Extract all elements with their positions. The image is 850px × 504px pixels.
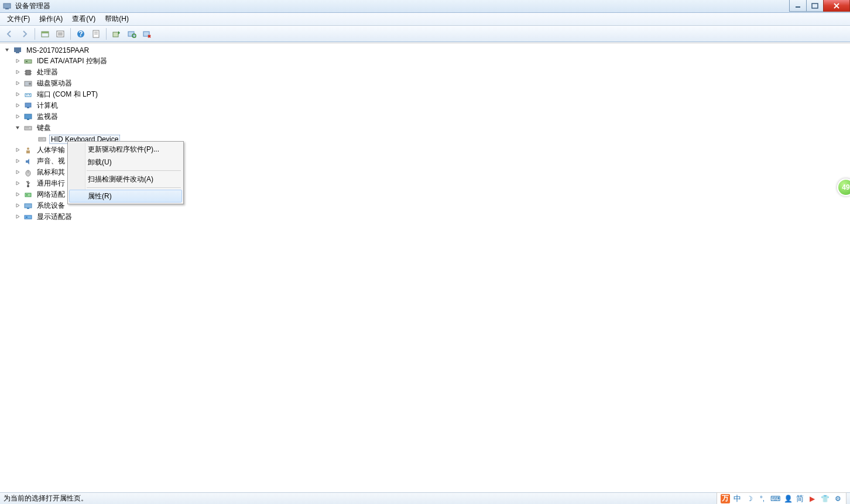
toolbar-forward-button[interactable] (18, 27, 32, 41)
close-button[interactable] (823, 0, 850, 12)
svg-rect-23 (26, 61, 28, 62)
toolbar-uninstall-button[interactable] (140, 27, 154, 41)
expand-icon[interactable] (14, 214, 21, 221)
expand-icon[interactable] (14, 102, 21, 109)
menu-action[interactable]: 操作(A) (35, 13, 67, 25)
svg-text:?: ? (78, 30, 83, 38)
disk-drive-icon (23, 79, 33, 88)
menu-file[interactable]: 文件(F) (2, 13, 35, 25)
toolbar-properties-button[interactable] (89, 27, 103, 41)
collapse-icon[interactable] (4, 47, 11, 54)
app-icon (2, 2, 12, 11)
ime-rec-icon[interactable]: ▶ (807, 494, 817, 503)
window-title: 设备管理器 (15, 1, 50, 11)
tree-node-keyboard[interactable]: 键盘 (4, 122, 850, 133)
toolbar-update-button[interactable] (109, 27, 124, 41)
expand-icon[interactable] (14, 203, 21, 210)
expand-icon[interactable] (14, 169, 21, 176)
maximize-button[interactable] (806, 0, 824, 12)
svg-point-30 (29, 83, 31, 85)
tree-node-monitor[interactable]: 监视器 (4, 111, 850, 122)
toolbar-up-button[interactable] (38, 27, 52, 41)
title-bar: 设备管理器 (0, 0, 850, 13)
minimize-button[interactable] (789, 0, 807, 12)
tree-node-label: 监视器 (35, 111, 60, 122)
tree-node-label: 网络适配 (35, 189, 67, 200)
floating-badge[interactable]: 49 (837, 179, 850, 196)
svg-rect-54 (25, 204, 32, 208)
ime-user-icon[interactable]: 👤 (783, 494, 793, 503)
hid-icon (23, 146, 33, 155)
ctx-uninstall[interactable]: 卸载(U) (69, 156, 182, 169)
menu-help[interactable]: 帮助(H) (100, 13, 133, 25)
keyboard-icon (37, 135, 47, 144)
svg-rect-21 (16, 52, 19, 53)
ime-mode[interactable]: 简 (796, 493, 804, 504)
usb-icon (23, 179, 33, 188)
tree-node-ide[interactable]: IDE ATA/ATAPI 控制器 (4, 56, 850, 67)
ime-lang[interactable]: 中 (734, 493, 741, 504)
badge-text: 49 (842, 183, 849, 191)
context-menu: 更新驱动程序软件(P)... 卸载(U) 扫描检测硬件改动(A) 属性(R) (67, 141, 184, 204)
toolbar-back-button[interactable] (2, 27, 16, 41)
expand-icon[interactable] (14, 91, 21, 98)
svg-rect-20 (14, 47, 21, 52)
ctx-item-label: 属性(R) (88, 191, 112, 201)
ime-moon-icon[interactable]: ☽ (745, 494, 754, 503)
expand-icon[interactable] (14, 58, 21, 65)
toolbar-list-button[interactable] (53, 27, 67, 41)
svg-rect-45 (42, 139, 43, 139)
tree-node-label: 通用串行 (35, 178, 67, 189)
context-menu-separator (87, 187, 181, 188)
svg-rect-52 (25, 193, 31, 197)
toolbar-help-button[interactable]: ? (74, 27, 88, 41)
ctx-scan-hardware[interactable]: 扫描检测硬件改动(A) (69, 173, 182, 186)
expand-icon[interactable] (14, 69, 21, 76)
tree-node-cpu[interactable]: 处理器 (4, 67, 850, 78)
monitor-icon (23, 112, 33, 122)
tree-node-label: 鼠标和其 (35, 167, 67, 178)
expand-icon[interactable] (14, 114, 21, 121)
display-adapter-icon (23, 212, 33, 222)
ime-skin-icon[interactable]: 👕 (820, 494, 830, 503)
menu-view[interactable]: 查看(V) (67, 13, 100, 25)
keyboard-icon (23, 124, 33, 133)
toolbar-scan-button[interactable] (125, 27, 139, 41)
expand-icon[interactable] (14, 191, 21, 198)
svg-line-18 (135, 37, 136, 37)
ime-settings-icon[interactable]: ⚙ (833, 494, 842, 503)
svg-point-33 (29, 94, 30, 95)
ime-logo-icon[interactable]: 万 (721, 494, 730, 503)
ime-punct-icon[interactable]: °, (758, 494, 767, 503)
computer-icon (13, 46, 22, 55)
tree-node-disk[interactable]: 磁盘驱动器 (4, 78, 850, 89)
device-tree[interactable]: MS-20170215PAAR IDE ATA/ATAPI 控制器 处理器 磁盘… (0, 43, 850, 492)
tree-node-display[interactable]: 显示适配器 (4, 211, 850, 222)
toolbar-separator (35, 28, 35, 40)
svg-rect-31 (25, 94, 31, 97)
svg-rect-22 (25, 60, 32, 63)
svg-rect-56 (25, 215, 32, 219)
expand-icon[interactable] (14, 180, 21, 187)
tree-node-label: 磁盘驱动器 (35, 78, 74, 89)
svg-rect-24 (26, 70, 30, 75)
collapse-icon[interactable] (14, 125, 21, 132)
tree-root[interactable]: MS-20170215PAAR (4, 44, 850, 56)
expand-icon[interactable] (14, 147, 21, 154)
tree-node-label: 系统设备 (35, 200, 67, 211)
svg-rect-36 (25, 114, 32, 119)
expand-icon[interactable] (14, 80, 21, 87)
mouse-icon (23, 168, 33, 177)
toolbar-separator (106, 28, 107, 40)
ime-toolbar[interactable]: 万 中 ☽ °, ⌨ 👤 简 ▶ 👕 ⚙ (717, 492, 846, 504)
ctx-properties[interactable]: 属性(R) (69, 190, 182, 203)
tree-node-computer[interactable]: 计算机 (4, 100, 850, 111)
tree-node-ports[interactable]: 端口 (COM 和 LPT) (4, 89, 850, 100)
ime-keyboard-icon[interactable]: ⌨ (770, 494, 780, 503)
ctx-update-driver[interactable]: 更新驱动程序软件(P)... (69, 143, 182, 156)
svg-rect-3 (812, 4, 818, 8)
computer-node-icon (23, 101, 33, 111)
toolbar-separator (70, 28, 71, 40)
window-controls (790, 0, 850, 12)
expand-icon[interactable] (14, 158, 21, 165)
